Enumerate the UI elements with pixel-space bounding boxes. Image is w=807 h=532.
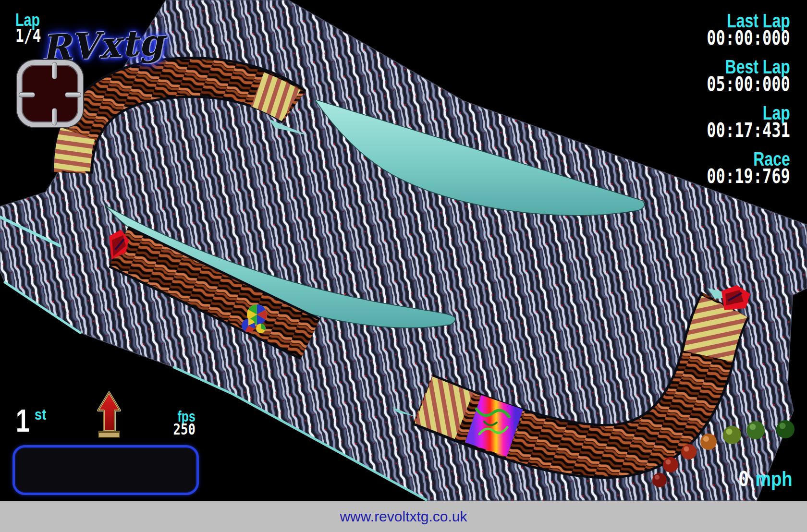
timer-value: 00:17:431 bbox=[707, 121, 790, 139]
speedo-ball bbox=[776, 420, 795, 438]
direction-arrow-icon bbox=[97, 391, 121, 439]
minimap-icon bbox=[17, 60, 83, 127]
website-link[interactable]: www.revoltxtg.co.uk bbox=[340, 508, 467, 525]
speedo-ball bbox=[663, 457, 678, 472]
timer-race: Race 00:19:769 bbox=[686, 151, 790, 185]
timer-last-lap: Last Lap 00:00:000 bbox=[686, 12, 790, 47]
speedo-ball bbox=[723, 426, 741, 444]
checkpoint-stripes bbox=[424, 400, 464, 416]
timer-best-lap: Best Lap 05:00:000 bbox=[686, 59, 790, 93]
position-number: 1 bbox=[16, 406, 30, 435]
speedo-ball bbox=[700, 434, 717, 450]
minimap-tick-bottom bbox=[52, 108, 57, 125]
website-banner: www.revoltxtg.co.uk bbox=[0, 501, 807, 532]
timer-value: 00:00:000 bbox=[707, 29, 790, 47]
speedo-ball bbox=[746, 421, 765, 439]
checkpoint-stripes bbox=[72, 133, 78, 171]
speedo-ball bbox=[652, 473, 667, 487]
speed-value: 0 bbox=[738, 467, 749, 491]
minimap-tick-right bbox=[65, 92, 81, 97]
minimap-tick-top bbox=[52, 62, 57, 79]
lap-value: 1/4 bbox=[15, 28, 41, 44]
fps-value: 250 bbox=[173, 423, 196, 436]
timer-value: 00:19:769 bbox=[707, 168, 790, 185]
timer-current-lap: Lap 00:17:431 bbox=[686, 105, 790, 139]
timer-value: 05:00:000 bbox=[707, 75, 790, 93]
timer-panel: Last Lap 00:00:000 Best Lap 05:00:000 La… bbox=[686, 12, 790, 197]
speed-unit: mph bbox=[756, 467, 793, 491]
checkpoint-stripes bbox=[708, 306, 724, 356]
minimap-tick-left bbox=[19, 92, 35, 97]
checkpoint-stripes bbox=[257, 89, 291, 106]
race-position: 1 st bbox=[16, 406, 48, 435]
speedo-ball bbox=[681, 444, 697, 459]
game-screen: Lap 1/4 RVxtg Last Lap 00:00:000 Best La… bbox=[0, 0, 807, 532]
position-suffix: st bbox=[35, 407, 46, 422]
message-box bbox=[12, 445, 199, 495]
speedometer-readout: 0 mph bbox=[738, 467, 793, 491]
fps-counter: fps 250 bbox=[168, 411, 196, 436]
